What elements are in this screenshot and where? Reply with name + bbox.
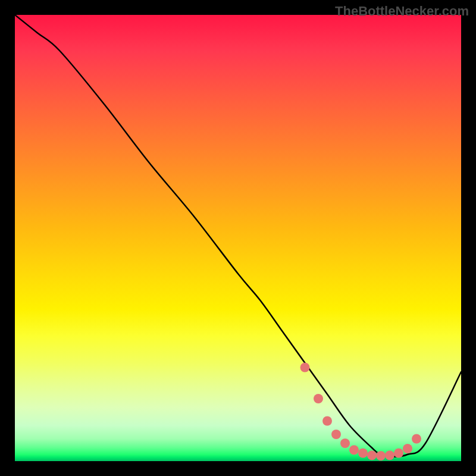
marker-dot	[322, 416, 332, 426]
marker-dot	[300, 363, 310, 372]
marker-dot	[358, 449, 368, 458]
marker-dot	[412, 434, 421, 444]
marker-dot	[385, 450, 394, 460]
watermark-text: TheBottleNecker.com	[335, 4, 469, 19]
marker-dot	[331, 430, 341, 439]
trough-markers	[300, 363, 422, 461]
marker-dot	[314, 394, 323, 403]
chart-svg	[15, 15, 461, 461]
marker-dot	[349, 445, 359, 455]
marker-dot	[376, 451, 386, 461]
marker-dot	[403, 444, 412, 453]
plot-area	[15, 15, 461, 461]
marker-dot	[340, 439, 350, 448]
bottleneck-curve	[15, 15, 461, 457]
marker-dot	[394, 449, 403, 458]
marker-dot	[367, 450, 377, 460]
